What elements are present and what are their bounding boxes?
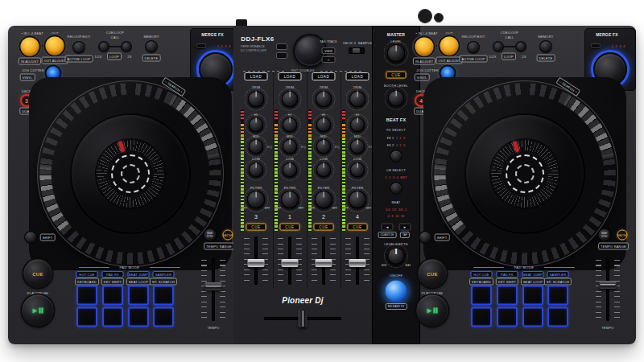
shift-button[interactable] [420, 232, 431, 243]
tempo-slider-handle[interactable] [600, 281, 617, 289]
loop-in-button[interactable] [415, 38, 434, 56]
load-button[interactable]: LOAD [312, 72, 336, 80]
filter-knob[interactable] [349, 191, 367, 209]
pad-mode-hot-cue[interactable]: HOT CUE [76, 271, 98, 278]
performance-pad-2[interactable] [102, 286, 123, 306]
performance-pad-2[interactable] [497, 286, 518, 306]
filter-knob[interactable] [247, 191, 266, 209]
beat-left-button[interactable]: ◄ [382, 224, 394, 231]
loop-half-button[interactable] [100, 43, 109, 51]
loop-in-button[interactable] [21, 38, 39, 56]
performance-pad-7[interactable] [128, 307, 149, 327]
channel-cue-button[interactable]: CUE [246, 224, 266, 231]
performance-pad-1[interactable] [76, 286, 97, 306]
eq-label: EQ [335, 145, 340, 149]
play-pause-button[interactable] [23, 295, 54, 327]
channel-fader[interactable] [313, 237, 334, 285]
load-button[interactable]: LOAD [346, 72, 369, 80]
mid-knob[interactable] [249, 139, 264, 154]
loop-out-button[interactable] [46, 37, 64, 56]
tempo-slider[interactable] [597, 258, 618, 321]
pad-mode-sampler[interactable]: SAMPLER [547, 271, 569, 278]
performance-pad-4[interactable] [153, 286, 174, 306]
pad-mode-beat-jump[interactable]: BEAT JUMP [522, 271, 544, 278]
beat-loop-label: BEAT LOOP [126, 278, 151, 286]
trim-knob[interactable] [349, 91, 366, 108]
pad-mode-beat-jump[interactable]: BEAT JUMP [128, 271, 150, 278]
performance-pad-6[interactable] [102, 307, 123, 327]
tempo-slider[interactable] [203, 258, 224, 321]
crossfader-handle[interactable] [299, 310, 308, 327]
merge-fx-select-button[interactable] [591, 43, 601, 48]
performance-pad-5[interactable] [76, 307, 97, 327]
pad-mode-sampler[interactable]: SAMPLER [153, 271, 175, 278]
mid-knob[interactable] [283, 139, 298, 154]
crossfader[interactable] [264, 309, 341, 328]
load-button[interactable]: LOAD [279, 72, 302, 80]
tempo-master-button[interactable]: MASTER [223, 230, 233, 241]
load-button[interactable]: LOAD [245, 72, 268, 80]
hi-knob[interactable] [283, 117, 298, 133]
beat-sync-button[interactable]: BEATSYNC [599, 229, 611, 241]
hi-knob[interactable] [249, 117, 264, 133]
performance-pad-6[interactable] [497, 307, 518, 327]
reloop-exit-button[interactable] [469, 43, 479, 53]
tempo-slider-handle[interactable] [205, 282, 222, 290]
channel-cue-button[interactable]: CUE [314, 224, 334, 231]
trim-knob[interactable] [248, 91, 265, 108]
pad-mode-pad-fx[interactable]: PAD FX [497, 271, 518, 278]
hi-knob[interactable] [350, 117, 365, 133]
merge-fx-select-button[interactable] [196, 43, 207, 48]
tempo-track [606, 258, 609, 321]
performance-pad-7[interactable] [522, 307, 543, 327]
performance-pad-8[interactable] [547, 307, 568, 327]
performance-pad-3[interactable] [128, 286, 149, 306]
channel-fader[interactable] [246, 237, 266, 285]
channel-fader-handle[interactable] [316, 259, 332, 267]
ch-select-button[interactable] [391, 183, 402, 194]
filter-knob[interactable] [315, 191, 333, 209]
memory-button[interactable] [147, 42, 157, 52]
mid-knob[interactable] [316, 139, 332, 154]
trim-knob[interactable] [316, 91, 332, 108]
jog-center-ring-inner [515, 164, 535, 183]
tempo-master-button[interactable]: MASTER [617, 230, 628, 241]
jog-wheel[interactable] [37, 80, 224, 267]
beat-sync-button[interactable]: BEATSYNC [204, 229, 217, 241]
play-pause-button[interactable] [417, 295, 448, 327]
pad-mode-pad-fx[interactable]: PAD FX [102, 271, 124, 278]
hi-knob[interactable] [316, 117, 332, 133]
channel-fader[interactable] [347, 237, 368, 285]
reloop-exit-button[interactable] [74, 43, 85, 53]
loop-half-button[interactable] [494, 43, 503, 51]
performance-pad-1[interactable] [471, 286, 492, 306]
low-knob[interactable] [316, 162, 332, 178]
loop-double-button[interactable] [517, 43, 526, 51]
low-knob[interactable] [350, 162, 365, 178]
filter-knob[interactable] [281, 191, 299, 209]
trim-knob[interactable] [282, 91, 299, 108]
performance-pad-8[interactable] [153, 307, 174, 327]
channel-cue-button[interactable]: CUE [348, 224, 368, 231]
channel-fader-handle[interactable] [248, 259, 265, 267]
performance-pad-4[interactable] [547, 286, 568, 306]
low-knob[interactable] [283, 162, 298, 178]
mid-knob[interactable] [350, 139, 365, 154]
low-knob[interactable] [249, 162, 264, 178]
fx-select-button[interactable] [391, 151, 402, 162]
loop-double-button[interactable] [122, 43, 131, 51]
channel-cue-button[interactable]: CUE [280, 224, 300, 231]
pad-mode-hot-cue[interactable]: HOT CUE [471, 271, 493, 278]
shift-button[interactable] [26, 232, 36, 243]
performance-pad-5[interactable] [471, 307, 492, 327]
channel-fader-handle[interactable] [282, 259, 299, 267]
performance-pad-3[interactable] [522, 286, 543, 306]
jog-wheel[interactable] [431, 80, 618, 267]
cue-button[interactable]: CUE [24, 260, 52, 288]
cue-button[interactable]: CUE [419, 260, 447, 288]
memory-button[interactable] [541, 42, 551, 52]
channel-fader-handle[interactable] [349, 259, 366, 267]
loop-out-button[interactable] [440, 37, 459, 56]
cue-button-label: CUE [427, 271, 438, 276]
channel-fader[interactable] [279, 237, 300, 285]
